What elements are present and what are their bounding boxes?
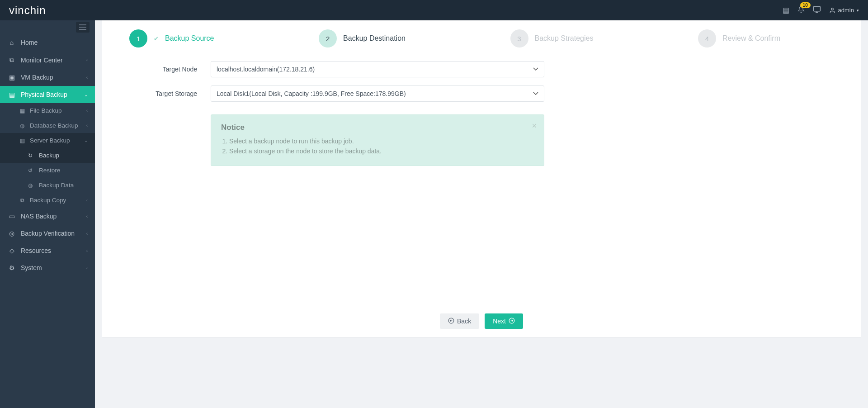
- select-target-storage[interactable]: Local Disk1(Local Disk, Capacity :199.9G…: [211, 85, 544, 102]
- topbar-right: ▤ 10 admin ▾: [783, 5, 859, 15]
- nav-server-backup[interactable]: ▥ Server Backup ⌄: [0, 133, 95, 148]
- nav-physical-backup[interactable]: ▤ Physical Backup ⌄: [0, 86, 95, 103]
- server-icon: ▤: [7, 91, 16, 98]
- nav-backup[interactable]: ↻ Backup: [0, 148, 95, 163]
- sidebar-toggle-row: [0, 20, 95, 34]
- chevron-down-icon: ⌄: [84, 138, 88, 143]
- nav-backup-copy[interactable]: ⧉ Backup Copy ‹: [0, 193, 95, 208]
- nav-database-backup[interactable]: ◍ Database Backup ‹: [0, 118, 95, 133]
- chevron-left-icon: ‹: [86, 231, 88, 236]
- bell-icon[interactable]: 10: [797, 6, 805, 15]
- vm-icon: ▣: [7, 74, 16, 81]
- chevron-left-icon: ‹: [86, 266, 88, 270]
- nas-icon: ▭: [7, 213, 16, 220]
- notice-box: × Notice Select a backup node to run thi…: [211, 114, 544, 166]
- verify-icon: ◎: [7, 230, 16, 237]
- topbar: vinchin ▤ 10 admin ▾: [0, 0, 868, 20]
- nav-home[interactable]: ⌂ Home: [0, 34, 95, 51]
- chevron-left-icon: ‹: [86, 108, 88, 113]
- step-backup-destination[interactable]: 2 Backup Destination: [319, 29, 406, 47]
- step-review-confirm[interactable]: 4 Review & Confirm: [698, 29, 780, 47]
- resources-icon: ◇: [7, 247, 16, 254]
- copy-icon: ⧉: [18, 197, 26, 204]
- sidebar: ⌂ Home ⧉ Monitor Center ‹ ▣ VM Backup ‹ …: [0, 20, 95, 408]
- arrow-right-icon: [509, 318, 515, 325]
- list-icon[interactable]: ▤: [783, 6, 789, 14]
- nav-vm-backup[interactable]: ▣ VM Backup ‹: [0, 69, 95, 86]
- step-backup-strategies[interactable]: 3 Backup Strategies: [510, 29, 594, 47]
- form-area: Target Node localhost.localdomain(172.18…: [102, 61, 690, 166]
- disk-icon: ◍: [28, 182, 35, 189]
- nav-file-backup[interactable]: ▦ File Backup ‹: [0, 103, 95, 118]
- notice-title: Notice: [221, 123, 534, 132]
- nav-backup-verification[interactable]: ◎ Backup Verification ‹: [0, 225, 95, 242]
- nav-restore[interactable]: ↺ Restore: [0, 163, 95, 178]
- arrow-left-icon: [448, 318, 454, 325]
- next-button[interactable]: Next: [485, 313, 523, 329]
- back-button[interactable]: Back: [440, 313, 479, 329]
- main-panel: 1 ✔ Backup Source 2 Backup Destination 3…: [102, 20, 861, 337]
- notice-list: Select a backup node to run this backup …: [221, 138, 534, 155]
- home-icon: ⌂: [7, 39, 16, 46]
- nav-resources[interactable]: ◇ Resources ‹: [0, 242, 95, 259]
- server-stack-icon: ▥: [18, 138, 26, 144]
- nav-system[interactable]: ⚙ System ‹: [0, 259, 95, 276]
- content-area: 1 ✔ Backup Source 2 Backup Destination 3…: [95, 20, 868, 408]
- nav-backup-data[interactable]: ◍ Backup Data: [0, 178, 95, 193]
- monitor-icon[interactable]: [813, 5, 821, 15]
- row-target-node: Target Node localhost.localdomain(172.18…: [129, 61, 663, 77]
- refresh-icon: ↻: [28, 152, 35, 159]
- footer-buttons: Back Next: [102, 313, 861, 329]
- check-icon: ✔: [154, 35, 159, 42]
- nav-nas-backup[interactable]: ▭ NAS Backup ‹: [0, 208, 95, 225]
- select-target-node[interactable]: localhost.localdomain(172.18.21.6): [211, 61, 544, 77]
- nav-monitor[interactable]: ⧉ Monitor Center ‹: [0, 51, 95, 69]
- chevron-left-icon: ‹: [86, 198, 88, 203]
- row-target-storage: Target Storage Local Disk1(Local Disk, C…: [129, 85, 663, 102]
- user-menu[interactable]: admin ▾: [829, 7, 859, 14]
- chevron-left-icon: ‹: [86, 57, 88, 62]
- chevron-down-icon: ⌄: [84, 92, 88, 97]
- svg-rect-0: [813, 6, 820, 11]
- chevron-left-icon: ‹: [86, 123, 88, 128]
- label-target-node: Target Node: [129, 66, 211, 73]
- chevron-left-icon: ‹: [86, 248, 88, 253]
- chart-icon: ⧉: [7, 56, 16, 64]
- file-icon: ▦: [18, 108, 26, 114]
- chevron-left-icon: ‹: [86, 75, 88, 80]
- database-icon: ◍: [18, 123, 26, 129]
- brand-logo: vinchin: [9, 4, 46, 17]
- undo-icon: ↺: [28, 167, 35, 174]
- wizard-steps: 1 ✔ Backup Source 2 Backup Destination 3…: [102, 29, 807, 61]
- notification-badge: 10: [800, 2, 811, 8]
- chevron-left-icon: ‹: [86, 214, 88, 219]
- gear-icon: ⚙: [7, 264, 16, 271]
- close-icon[interactable]: ×: [532, 121, 537, 131]
- hamburger-icon[interactable]: [76, 22, 90, 33]
- label-target-storage: Target Storage: [129, 90, 211, 97]
- step-backup-source[interactable]: 1 ✔ Backup Source: [129, 29, 214, 47]
